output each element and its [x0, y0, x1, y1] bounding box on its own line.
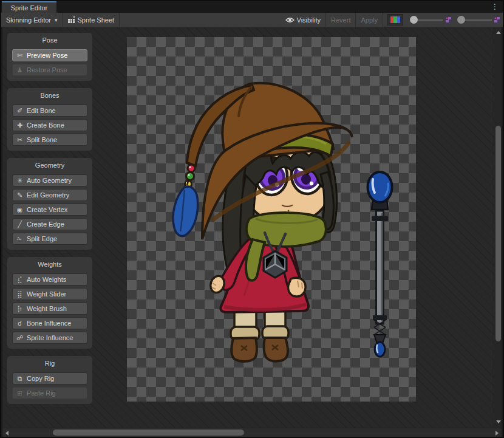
panel-title: Pose	[12, 36, 87, 44]
panel-pose: Pose✄Preview Pose♟Restore Pose	[7, 33, 92, 81]
vertical-scrollbar-thumb[interactable]	[495, 126, 501, 341]
tool-button-label: Copy Rig	[27, 375, 54, 382]
weight-slider-button[interactable]: ⣿Weight Slider	[12, 288, 87, 300]
tab-title: Sprite Editor	[11, 4, 48, 12]
sprite-opacity-slider[interactable]	[410, 16, 451, 24]
create-vertex-icon: ◉	[16, 206, 24, 214]
create-vertex-button[interactable]: ◉Create Vertex	[12, 204, 87, 216]
panel-bones: Bones✐Edit Bone✚Create Bone✂Split Bone	[7, 88, 92, 151]
scroll-up-arrow[interactable]	[496, 31, 501, 34]
tool-button-label: Weight Slider	[27, 290, 66, 298]
toolbar-separator	[383, 13, 383, 27]
sprite-sheet-button[interactable]: Sprite Sheet	[63, 13, 120, 27]
tool-button-label: Split Bone	[27, 136, 57, 143]
toolbar-right-group: Visibility Revert Apply	[281, 13, 503, 27]
revert-button[interactable]: Revert	[326, 13, 355, 27]
tool-button-label: Create Edge	[27, 221, 64, 228]
panel-geometry: Geometry✳Auto Geometry✎Edit Geometry◉Cre…	[7, 158, 92, 250]
rgb-swatch-icon	[390, 16, 400, 23]
copy-rig-button[interactable]: ⧉Copy Rig	[12, 372, 87, 385]
skinning-editor-dropdown[interactable]: Skinning Editor ▾	[1, 13, 63, 27]
texture-opacity-icon	[446, 17, 451, 22]
panel-title: Geometry	[12, 162, 87, 169]
edit-geometry-button[interactable]: ✎Edit Geometry	[12, 189, 87, 201]
auto-weights-button[interactable]: ⣎Auto Weights	[12, 273, 87, 286]
create-bone-icon: ✚	[16, 121, 24, 129]
horizontal-scrollbar[interactable]	[2, 428, 502, 437]
tool-button-label: Edit Geometry	[27, 191, 69, 199]
bone-influence-icon: ☌	[16, 320, 24, 327]
auto-geometry-icon: ✳	[16, 177, 24, 185]
panel-weights: Weights⣎Auto Weights⣿Weight Slider⡷Weigh…	[7, 257, 92, 349]
tab-sprite-editor[interactable]: Sprite Editor	[2, 1, 56, 13]
restore-pose-icon: ♟	[16, 66, 24, 74]
sprite-canvas[interactable]	[127, 37, 416, 402]
tool-button-label: Weight Brush	[27, 305, 67, 312]
restore-pose-button[interactable]: ♟Restore Pose	[12, 64, 87, 76]
tool-button-label: Paste Rig	[27, 389, 56, 397]
tool-button-label: Auto Geometry	[27, 177, 72, 184]
apply-button[interactable]: Apply	[356, 13, 383, 27]
slider-handle[interactable]	[457, 16, 465, 24]
slider-track[interactable]	[417, 19, 443, 21]
preview-pose-icon: ✄	[16, 52, 24, 60]
eye-icon	[285, 17, 295, 23]
tab-strip: Sprite Editor ⋮	[1, 1, 503, 13]
panel-title: Weights	[12, 261, 87, 269]
visibility-toggle[interactable]: Visibility	[281, 13, 326, 27]
tool-button-label: Edit Bone	[27, 107, 56, 114]
revert-label: Revert	[331, 16, 350, 24]
horizontal-scrollbar-thumb[interactable]	[53, 429, 244, 436]
copy-rig-icon: ⧉	[16, 375, 24, 383]
create-edge-button[interactable]: ╱Create Edge	[12, 218, 87, 230]
sprite-editor-window: Sprite Editor ⋮ Skinning Editor ▾ Sprite…	[0, 0, 504, 438]
split-edge-icon: ✁	[16, 235, 24, 243]
panel-rig: Rig⧉Copy Rig⊞Paste Rig	[7, 356, 92, 404]
sprite-influence-button[interactable]: ☍Sprite Influence	[12, 332, 87, 344]
vertical-scrollbar[interactable]	[494, 27, 502, 428]
kebab-menu-icon[interactable]: ⋮	[491, 2, 499, 11]
weight-brush-button[interactable]: ⡷Weight Brush	[12, 303, 87, 315]
edit-geometry-icon: ✎	[16, 191, 24, 199]
toolbar: Skinning Editor ▾ Sprite Sheet Visibilit…	[1, 13, 503, 27]
tool-button-label: Create Vertex	[27, 206, 67, 213]
panel-title: Rig	[12, 360, 87, 368]
color-overlay-button[interactable]	[387, 14, 403, 26]
tool-button-label: Create Bone	[27, 121, 64, 129]
slider-handle[interactable]	[410, 16, 418, 24]
skinning-editor-viewport[interactable]: Pose✄Preview Pose♟Restore PoseBones✐Edit…	[2, 27, 496, 428]
weight-slider-icon: ⣿	[16, 290, 24, 298]
panel-title: Bones	[12, 92, 87, 100]
toolbar-separator	[119, 13, 120, 27]
tool-button-label: Preview Pose	[27, 52, 67, 59]
visibility-label: Visibility	[297, 16, 321, 24]
scroll-right-arrow[interactable]	[495, 431, 499, 436]
apply-label: Apply	[361, 16, 378, 24]
scroll-down-arrow[interactable]	[496, 420, 501, 423]
tool-button-label: Restore Pose	[27, 66, 67, 74]
split-edge-button[interactable]: ✁Split Edge	[12, 233, 87, 245]
auto-geometry-button[interactable]: ✳Auto Geometry	[12, 174, 87, 186]
create-edge-icon: ╱	[16, 221, 24, 228]
tool-button-label: Sprite Influence	[27, 334, 73, 341]
tool-button-label: Auto Weights	[27, 276, 66, 283]
slider-track[interactable]	[464, 19, 492, 21]
sprite-sheet-label: Sprite Sheet	[78, 16, 115, 24]
weight-opacity-slider[interactable]	[457, 16, 500, 24]
edit-bone-icon: ✐	[16, 107, 24, 115]
auto-weights-icon: ⣎	[16, 276, 24, 284]
split-bone-button[interactable]: ✂Split Bone	[12, 134, 87, 146]
paste-rig-icon: ⊞	[16, 389, 24, 397]
split-bone-icon: ✂	[16, 136, 24, 144]
create-bone-button[interactable]: ✚Create Bone	[12, 119, 87, 131]
tool-panels: Pose✄Preview Pose♟Restore PoseBones✐Edit…	[7, 27, 98, 428]
texture-opacity-icon	[494, 17, 500, 22]
weight-brush-icon: ⡷	[16, 305, 24, 313]
bone-influence-button[interactable]: ☌Bone Influence	[12, 317, 87, 329]
sprite-influence-icon: ☍	[16, 334, 24, 342]
preview-pose-button[interactable]: ✄Preview Pose	[12, 49, 87, 61]
scroll-left-arrow[interactable]	[5, 431, 9, 436]
paste-rig-button[interactable]: ⊞Paste Rig	[12, 387, 87, 399]
tool-button-label: Bone Influence	[27, 320, 71, 327]
edit-bone-button[interactable]: ✐Edit Bone	[12, 104, 87, 117]
